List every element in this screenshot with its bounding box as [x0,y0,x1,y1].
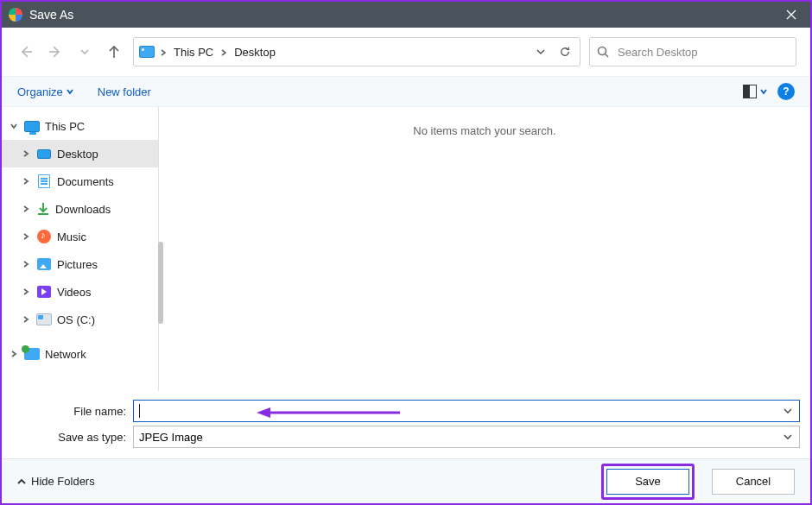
savetype-select[interactable]: JPEG Image [133,426,800,448]
cancel-button[interactable]: Cancel [712,469,795,495]
new-folder-button[interactable]: New folder [98,85,151,98]
videos-icon [37,286,51,298]
expand-toggle[interactable] [21,316,31,323]
tree-item-os-drive[interactable]: OS (C:) [2,306,158,333]
expand-toggle[interactable] [21,150,31,157]
expand-toggle[interactable] [21,178,31,185]
network-icon [24,348,40,360]
cancel-label: Cancel [736,475,771,488]
close-button[interactable] [771,2,810,28]
expand-toggle[interactable] [9,350,19,357]
chevron-right-icon [160,49,167,56]
chevron-right-icon [22,178,29,185]
view-mode-button[interactable] [743,85,767,98]
caret-down-icon [760,88,767,95]
tree-label: OS (C:) [57,313,95,326]
savetype-dropdown-toggle[interactable] [783,431,792,444]
breadcrumb-this-pc[interactable]: This PC [172,46,215,59]
chevron-down-icon [783,407,792,415]
expand-toggle[interactable] [21,205,31,212]
main-area: This PC Desktop Documents Downloads Mus [2,107,810,391]
tree-label: Documents [57,175,114,188]
chevron-right-icon [22,316,29,323]
chevron-down-icon [536,47,546,57]
search-box[interactable] [589,37,796,66]
annotation-arrow [255,407,402,419]
tree-item-downloads[interactable]: Downloads [2,195,158,223]
caret-down-icon [67,88,73,95]
tree-network[interactable]: Network [2,340,158,368]
tree-label: Pictures [57,258,98,271]
chevron-right-icon [10,350,17,357]
breadcrumb-desktop[interactable]: Desktop [232,46,277,59]
savetype-value: JPEG Image [139,431,203,444]
close-icon [786,9,796,20]
recent-locations-button[interactable] [74,41,95,62]
help-button[interactable]: ? [777,83,795,100]
chevron-up-icon [17,477,26,486]
toolbar: Organize New folder ? [2,76,810,107]
search-icon [597,46,609,58]
titlebar: Save As [2,2,810,28]
arrow-left-icon [19,45,33,59]
filename-history-dropdown[interactable] [783,405,792,418]
tree-label: Videos [57,286,92,299]
filename-input[interactable] [133,400,800,422]
save-as-window: Save As This PC Desktop [0,0,812,505]
chevron-down-icon [10,123,17,129]
app-icon [9,8,22,22]
organize-menu[interactable]: Organize [17,85,73,98]
svg-line-6 [606,54,609,58]
tree-this-pc[interactable]: This PC [2,112,158,140]
chevron-down-icon [80,47,89,56]
svg-point-5 [599,47,606,55]
annotation-save-highlight: Save [601,464,695,500]
up-button[interactable] [104,41,124,62]
music-icon [37,230,51,243]
expand-toggle[interactable] [9,123,19,129]
expand-toggle[interactable] [21,261,31,268]
savetype-label: Save as type: [12,431,133,444]
chevron-down-icon [783,432,792,441]
tree-item-videos[interactable]: Videos [2,278,158,306]
file-list-area[interactable]: No items match your search. [159,107,810,391]
tree-item-pictures[interactable]: Pictures [2,250,158,278]
tree-label: Desktop [57,148,98,161]
expand-toggle[interactable] [21,288,31,295]
search-input[interactable] [616,45,789,60]
hide-folders-label: Hide Folders [31,475,95,488]
help-icon: ? [783,85,789,98]
chevron-right-icon [22,288,29,295]
tree-item-music[interactable]: Music [2,223,158,250]
chevron-right-icon [22,150,29,157]
tree-label: Network [45,348,86,361]
arrow-right-icon [48,45,62,59]
tree-item-desktop[interactable]: Desktop [2,140,158,167]
text-caret [139,404,140,418]
back-button[interactable] [16,41,36,62]
tree-label: Downloads [55,203,111,216]
file-form: File name: Save as type: JPEG Image [2,391,810,458]
breadcrumb-separator [160,46,167,59]
save-button[interactable]: Save [606,469,689,495]
refresh-button[interactable] [555,47,574,57]
address-bar[interactable]: This PC Desktop [133,37,580,66]
monitor-icon [24,121,40,132]
svg-marker-9 [257,407,270,418]
empty-message: No items match your search. [159,124,810,137]
organize-label: Organize [17,85,63,98]
expand-toggle[interactable] [21,233,31,240]
chevron-right-icon [220,49,227,56]
window-title: Save As [29,8,73,22]
folder-tree: This PC Desktop Documents Downloads Mus [2,107,159,391]
pictures-icon [37,258,51,270]
hide-folders-toggle[interactable]: Hide Folders [17,475,95,488]
download-icon [36,202,50,216]
drive-icon [36,313,52,325]
forward-button[interactable] [45,41,66,62]
tree-label: Music [57,230,86,243]
tree-label: This PC [45,120,85,133]
filename-label: File name: [12,405,133,418]
address-dropdown[interactable] [531,47,550,57]
tree-item-documents[interactable]: Documents [2,167,158,195]
